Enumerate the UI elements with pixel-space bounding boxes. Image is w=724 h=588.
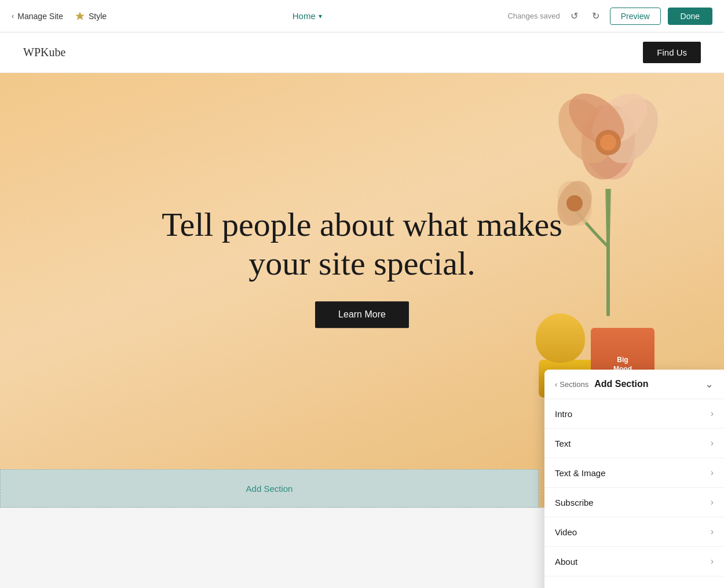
chevron-down-icon: ▾ [319,12,322,20]
sidebar-item-subscribe-label: Subscribe [555,498,594,507]
sidebar-title: Add Section [594,379,648,389]
style-label: Style [89,12,107,21]
sidebar-item-video[interactable]: Video › [544,517,724,547]
manage-site-label: Manage Site [17,12,63,21]
sidebar-panel: ‹ Sections Add Section ⌄ Intro › Text › … [544,370,724,588]
product-name-line1: Big [606,355,639,365]
hero-title: Tell people about what makes your site s… [159,206,565,283]
sidebar-header: ‹ Sections Add Section ⌄ [544,370,724,399]
flower-decoration [550,73,666,316]
sidebar-items-list: Intro › Text › Text & Image › Subscribe … [544,399,724,588]
preview-button[interactable]: Preview [610,8,661,25]
sidebar-back-label: Sections [560,380,588,389]
chevron-left-small-icon: ‹ [555,380,557,389]
chevron-right-icon-intro: › [711,408,714,419]
style-icon [75,11,85,21]
sidebar-item-text-image[interactable]: Text & Image › [544,458,724,488]
toolbar: ‹ Manage Site Style Home ▾ Changes saved… [0,0,724,32]
sidebar-item-contact-label: Contact [555,586,585,589]
sidebar-item-text[interactable]: Text › [544,429,724,458]
redo-button[interactable]: ↻ [588,8,603,24]
sidebar-item-intro-label: Intro [555,409,572,419]
chevron-down-icon: ⌄ [705,378,714,390]
find-us-button[interactable]: Find Us [643,42,701,63]
page-dropdown-label: Home [292,11,316,21]
sidebar-item-about-label: About [555,557,577,567]
chevron-right-icon-text: › [711,438,714,448]
page-dropdown[interactable]: Home ▾ [292,11,322,21]
manage-site-button[interactable]: ‹ Manage Site [12,12,63,21]
sidebar-back-button[interactable]: ‹ Sections [555,380,588,389]
sidebar-item-about[interactable]: About › [544,547,724,576]
sidebar-item-subscribe[interactable]: Subscribe › [544,488,724,517]
chevron-left-icon: ‹ [12,12,14,20]
sidebar-item-intro[interactable]: Intro › [544,399,724,429]
sidebar-collapse-button[interactable]: ⌄ [705,378,714,390]
sidebar-item-video-label: Video [555,527,577,537]
chevron-right-icon-contact: › [711,586,714,588]
toolbar-center: Home ▾ [118,11,496,21]
undo-button[interactable]: ↺ [567,8,582,24]
svg-point-8 [600,134,616,151]
chevron-right-icon-video: › [711,527,714,537]
add-section-label: Add Section [246,484,293,494]
sidebar-item-text-label: Text [555,439,571,448]
canvas-wrapper: Big Mood Spa Facial Powder Tell people a… [0,73,724,507]
chevron-right-icon-subscribe: › [711,497,714,507]
svg-point-11 [566,195,583,211]
chevron-right-icon-text-image: › [711,468,714,478]
chevron-right-icon-about: › [711,556,714,567]
toolbar-right: Changes saved ↺ ↻ Preview Done [507,8,712,25]
add-section-container: Add Section [0,469,539,507]
sidebar-header-left: ‹ Sections Add Section [555,379,649,389]
style-button[interactable]: Style [75,11,107,21]
site-logo: WPKube [23,46,65,59]
done-button[interactable]: Done [668,8,712,25]
hero-content: Tell people about what makes your site s… [159,206,565,328]
learn-more-button[interactable]: Learn More [315,302,409,328]
sidebar-item-contact[interactable]: Contact › [544,576,724,588]
add-section-bar[interactable]: Add Section [0,469,539,507]
save-status: Changes saved [507,12,560,20]
sidebar-item-text-image-label: Text & Image [555,468,606,478]
jar-lid [536,313,585,363]
toolbar-left: ‹ Manage Site Style [12,11,107,21]
site-header: WPKube Find Us [0,32,724,73]
